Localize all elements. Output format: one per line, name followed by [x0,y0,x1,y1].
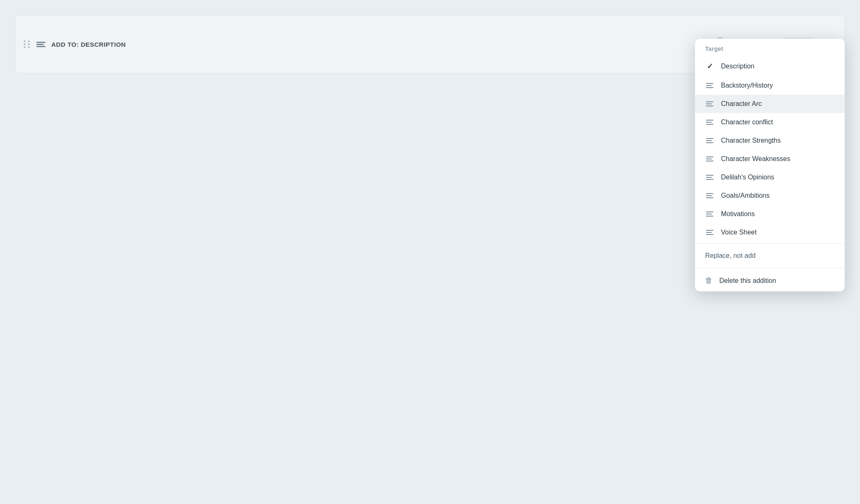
list-icon-character-arc [705,101,714,107]
menu-item-label-goals-ambitions: Goals/Ambitions [721,192,770,199]
list-icon-motivations [705,212,714,217]
menu-item-character-weaknesses[interactable]: Character Weaknesses [695,150,845,168]
menu-item-label-character-strengths: Character Strengths [721,137,781,144]
replace-not-add-item[interactable]: Replace, not add [695,245,845,266]
menu-item-delilahs-opinions[interactable]: Delilah's Opinions [695,168,845,186]
menu-item-goals-ambitions[interactable]: Goals/Ambitions [695,186,845,205]
menu-item-backstory[interactable]: Backstory/History [695,76,845,95]
menu-item-character-conflict[interactable]: Character conflict [695,113,845,131]
layers-icon [36,42,46,47]
menu-item-label-backstory: Backstory/History [721,82,773,89]
menu-item-label-character-weaknesses: Character Weaknesses [721,155,790,163]
menu-item-character-strengths[interactable]: Character Strengths [695,131,845,150]
list-icon-character-conflict [705,120,714,125]
drag-handle[interactable] [24,40,30,48]
menu-item-label-character-arc: Character Arc [721,100,762,108]
card-title: ADD TO: DESCRIPTION [51,41,126,48]
list-icon-backstory [705,83,714,88]
check-icon: ✓ [705,62,714,71]
menu-item-description[interactable]: ✓ Description [695,56,845,76]
dropdown-menu: Target ✓ Description Backstory/History C… [695,38,845,292]
menu-item-label-description: Description [721,63,754,70]
menu-item-voice-sheet[interactable]: Voice Sheet [695,223,845,242]
menu-section-header: Target [695,39,845,56]
menu-item-motivations[interactable]: Motivations [695,205,845,223]
menu-item-label-voice-sheet: Voice Sheet [721,229,756,236]
list-icon-character-weaknesses [705,156,714,162]
menu-item-label-character-conflict: Character conflict [721,118,773,126]
delete-addition-label: Delete this addition [719,277,776,285]
trash-icon: 🗑 [705,276,713,285]
list-icon-goals-ambitions [705,193,714,199]
menu-item-label-motivations: Motivations [721,210,755,218]
delete-addition-item[interactable]: 🗑 Delete this addition [695,270,845,291]
list-icon-delilahs-opinions [705,175,714,180]
list-icon-voice-sheet [705,230,714,235]
menu-item-character-arc[interactable]: Character Arc [695,95,845,113]
menu-divider-2 [695,268,845,268]
menu-divider [695,243,845,244]
menu-item-label-delilahs-opinions: Delilah's Opinions [721,174,774,181]
list-icon-character-strengths [705,138,714,144]
